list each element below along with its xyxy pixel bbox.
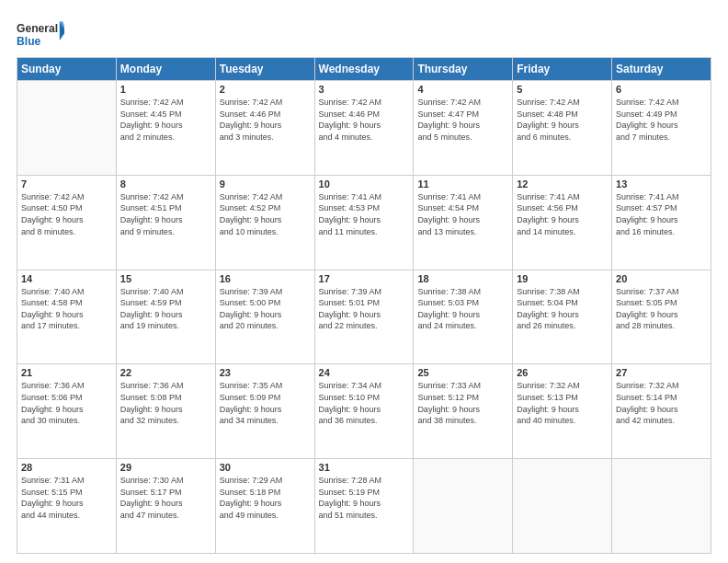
day-number: 26 bbox=[517, 367, 608, 378]
day-number: 27 bbox=[616, 367, 707, 378]
weekday-header-row: SundayMondayTuesdayWednesdayThursdayFrid… bbox=[17, 58, 711, 81]
calendar-cell: 31Sunrise: 7:28 AMSunset: 5:19 PMDayligh… bbox=[314, 459, 414, 554]
calendar-cell: 26Sunrise: 7:32 AMSunset: 5:13 PMDayligh… bbox=[513, 364, 612, 459]
calendar-cell bbox=[17, 81, 117, 176]
calendar-cell: 30Sunrise: 7:29 AMSunset: 5:18 PMDayligh… bbox=[215, 459, 314, 554]
day-info: Sunrise: 7:42 AMSunset: 4:46 PMDaylight:… bbox=[319, 97, 410, 143]
day-info: Sunrise: 7:35 AMSunset: 5:09 PMDaylight:… bbox=[220, 380, 311, 426]
calendar-cell: 2Sunrise: 7:42 AMSunset: 4:46 PMDaylight… bbox=[215, 81, 314, 176]
day-info: Sunrise: 7:42 AMSunset: 4:51 PMDaylight:… bbox=[120, 191, 211, 237]
day-number: 6 bbox=[616, 84, 707, 95]
day-number: 18 bbox=[417, 273, 508, 284]
week-row-5: 28Sunrise: 7:31 AMSunset: 5:15 PMDayligh… bbox=[17, 459, 711, 554]
day-info: Sunrise: 7:32 AMSunset: 5:13 PMDaylight:… bbox=[517, 380, 608, 426]
day-info: Sunrise: 7:41 AMSunset: 4:57 PMDaylight:… bbox=[616, 191, 707, 237]
day-number: 4 bbox=[417, 84, 508, 95]
day-number: 8 bbox=[120, 178, 211, 190]
calendar-cell: 29Sunrise: 7:30 AMSunset: 5:17 PMDayligh… bbox=[116, 459, 215, 554]
calendar-cell: 7Sunrise: 7:42 AMSunset: 4:50 PMDaylight… bbox=[17, 175, 117, 270]
day-info: Sunrise: 7:42 AMSunset: 4:45 PMDaylight:… bbox=[120, 97, 211, 143]
day-info: Sunrise: 7:33 AMSunset: 5:12 PMDaylight:… bbox=[417, 380, 508, 426]
calendar-cell bbox=[513, 459, 612, 554]
week-row-4: 21Sunrise: 7:36 AMSunset: 5:06 PMDayligh… bbox=[17, 364, 711, 459]
day-info: Sunrise: 7:38 AMSunset: 5:04 PMDaylight:… bbox=[517, 286, 608, 332]
generalblue-logo-icon: General Blue bbox=[17, 17, 64, 52]
weekday-header-tuesday: Tuesday bbox=[215, 58, 314, 81]
page: General Blue SundayMondayTuesdayWednesda… bbox=[0, 0, 728, 563]
day-info: Sunrise: 7:42 AMSunset: 4:52 PMDaylight:… bbox=[220, 191, 311, 237]
day-number: 12 bbox=[517, 178, 608, 190]
calendar-cell: 4Sunrise: 7:42 AMSunset: 4:47 PMDaylight… bbox=[414, 81, 513, 176]
weekday-header-wednesday: Wednesday bbox=[314, 58, 414, 81]
day-info: Sunrise: 7:36 AMSunset: 5:06 PMDaylight:… bbox=[21, 380, 112, 426]
calendar-cell: 14Sunrise: 7:40 AMSunset: 4:58 PMDayligh… bbox=[17, 270, 117, 364]
calendar-cell: 19Sunrise: 7:38 AMSunset: 5:04 PMDayligh… bbox=[513, 270, 612, 364]
calendar-cell: 13Sunrise: 7:41 AMSunset: 4:57 PMDayligh… bbox=[612, 175, 711, 270]
logo: General Blue bbox=[17, 17, 64, 52]
day-info: Sunrise: 7:30 AMSunset: 5:17 PMDaylight:… bbox=[120, 475, 211, 521]
weekday-header-friday: Friday bbox=[513, 58, 612, 81]
calendar-cell: 16Sunrise: 7:39 AMSunset: 5:00 PMDayligh… bbox=[215, 270, 314, 364]
day-info: Sunrise: 7:41 AMSunset: 4:53 PMDaylight:… bbox=[319, 191, 410, 237]
day-info: Sunrise: 7:42 AMSunset: 4:46 PMDaylight:… bbox=[220, 97, 311, 143]
day-number: 2 bbox=[220, 84, 311, 95]
weekday-header-thursday: Thursday bbox=[414, 58, 513, 81]
day-info: Sunrise: 7:34 AMSunset: 5:10 PMDaylight:… bbox=[319, 380, 410, 426]
day-info: Sunrise: 7:32 AMSunset: 5:14 PMDaylight:… bbox=[616, 380, 707, 426]
day-number: 25 bbox=[417, 367, 508, 378]
day-number: 14 bbox=[21, 273, 112, 284]
calendar-cell: 21Sunrise: 7:36 AMSunset: 5:06 PMDayligh… bbox=[17, 364, 117, 459]
week-row-3: 14Sunrise: 7:40 AMSunset: 4:58 PMDayligh… bbox=[17, 270, 711, 364]
svg-text:General: General bbox=[17, 22, 58, 35]
calendar-cell: 9Sunrise: 7:42 AMSunset: 4:52 PMDaylight… bbox=[215, 175, 314, 270]
day-info: Sunrise: 7:40 AMSunset: 4:59 PMDaylight:… bbox=[120, 286, 211, 332]
calendar-cell: 22Sunrise: 7:36 AMSunset: 5:08 PMDayligh… bbox=[116, 364, 215, 459]
day-number: 23 bbox=[220, 367, 311, 378]
calendar-cell: 28Sunrise: 7:31 AMSunset: 5:15 PMDayligh… bbox=[17, 459, 117, 554]
weekday-header-sunday: Sunday bbox=[17, 58, 117, 81]
day-info: Sunrise: 7:39 AMSunset: 5:00 PMDaylight:… bbox=[220, 286, 311, 332]
week-row-2: 7Sunrise: 7:42 AMSunset: 4:50 PMDaylight… bbox=[17, 175, 711, 270]
day-number: 10 bbox=[319, 178, 410, 190]
day-info: Sunrise: 7:31 AMSunset: 5:15 PMDaylight:… bbox=[21, 475, 112, 521]
day-number: 16 bbox=[220, 273, 311, 284]
calendar-cell: 3Sunrise: 7:42 AMSunset: 4:46 PMDaylight… bbox=[314, 81, 414, 176]
day-number: 15 bbox=[120, 273, 211, 284]
day-number: 31 bbox=[319, 462, 410, 473]
calendar-cell: 11Sunrise: 7:41 AMSunset: 4:54 PMDayligh… bbox=[414, 175, 513, 270]
calendar-cell: 17Sunrise: 7:39 AMSunset: 5:01 PMDayligh… bbox=[314, 270, 414, 364]
day-number: 19 bbox=[517, 273, 608, 284]
day-number: 17 bbox=[319, 273, 410, 284]
calendar-cell: 5Sunrise: 7:42 AMSunset: 4:48 PMDaylight… bbox=[513, 81, 612, 176]
day-number: 20 bbox=[616, 273, 707, 284]
day-number: 1 bbox=[120, 84, 211, 95]
day-number: 28 bbox=[21, 462, 112, 473]
day-number: 9 bbox=[220, 178, 311, 190]
day-number: 7 bbox=[21, 178, 112, 190]
day-number: 30 bbox=[220, 462, 311, 473]
calendar-cell bbox=[414, 459, 513, 554]
day-number: 22 bbox=[120, 367, 211, 378]
day-number: 29 bbox=[120, 462, 211, 473]
week-row-1: 1Sunrise: 7:42 AMSunset: 4:45 PMDaylight… bbox=[17, 81, 711, 176]
calendar-cell: 18Sunrise: 7:38 AMSunset: 5:03 PMDayligh… bbox=[414, 270, 513, 364]
svg-text:Blue: Blue bbox=[17, 35, 41, 48]
day-number: 21 bbox=[21, 367, 112, 378]
day-info: Sunrise: 7:41 AMSunset: 4:56 PMDaylight:… bbox=[517, 191, 608, 237]
day-info: Sunrise: 7:42 AMSunset: 4:48 PMDaylight:… bbox=[517, 97, 608, 143]
calendar-cell: 15Sunrise: 7:40 AMSunset: 4:59 PMDayligh… bbox=[116, 270, 215, 364]
day-number: 24 bbox=[319, 367, 410, 378]
day-info: Sunrise: 7:38 AMSunset: 5:03 PMDaylight:… bbox=[417, 286, 508, 332]
calendar-cell bbox=[612, 459, 711, 554]
day-info: Sunrise: 7:36 AMSunset: 5:08 PMDaylight:… bbox=[120, 380, 211, 426]
day-number: 5 bbox=[517, 84, 608, 95]
calendar-cell: 8Sunrise: 7:42 AMSunset: 4:51 PMDaylight… bbox=[116, 175, 215, 270]
day-info: Sunrise: 7:29 AMSunset: 5:18 PMDaylight:… bbox=[220, 475, 311, 521]
day-info: Sunrise: 7:42 AMSunset: 4:49 PMDaylight:… bbox=[616, 97, 707, 143]
calendar-cell: 10Sunrise: 7:41 AMSunset: 4:53 PMDayligh… bbox=[314, 175, 414, 270]
calendar-cell: 20Sunrise: 7:37 AMSunset: 5:05 PMDayligh… bbox=[612, 270, 711, 364]
weekday-header-saturday: Saturday bbox=[612, 58, 711, 81]
day-info: Sunrise: 7:40 AMSunset: 4:58 PMDaylight:… bbox=[21, 286, 112, 332]
calendar-cell: 23Sunrise: 7:35 AMSunset: 5:09 PMDayligh… bbox=[215, 364, 314, 459]
day-number: 3 bbox=[319, 84, 410, 95]
